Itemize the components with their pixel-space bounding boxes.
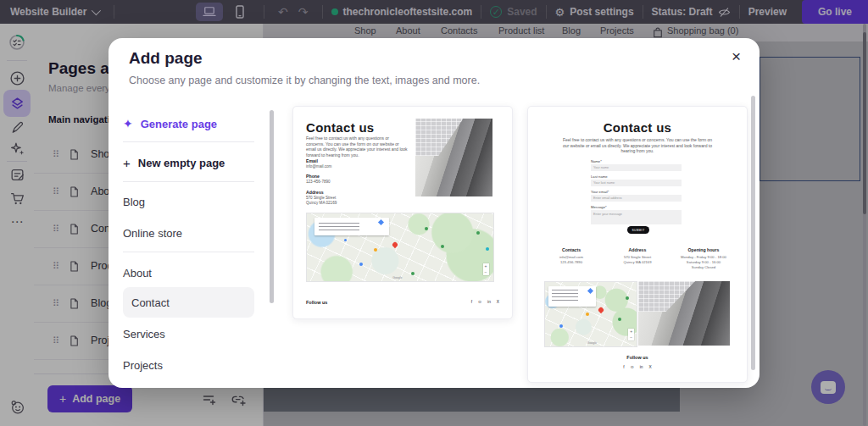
nav-item-label: Contact <box>131 296 170 309</box>
linkedin-icon: in <box>640 365 643 369</box>
column-line: Quincy MA 02169 <box>604 260 670 265</box>
modal-nav-item-blog[interactable]: Blog <box>123 192 256 211</box>
map-pin-blue <box>559 324 563 328</box>
template-card-contact-1[interactable]: Contact us Feel free to contact us with … <box>292 106 513 319</box>
phone-label: Phone <box>306 174 320 179</box>
modal-nav-item-contact[interactable]: Contact <box>131 293 264 312</box>
divider <box>123 141 254 142</box>
form-field-label: Your email* <box>591 190 609 194</box>
template-page-title: Contact us <box>306 120 375 135</box>
social-icons: f ⊙ in X <box>623 365 651 369</box>
map-pin-green <box>476 231 480 235</box>
nav-scrollbar-thumb[interactable] <box>270 110 274 303</box>
column-title: Opening hours <box>670 247 737 252</box>
nav-item-label: Online store <box>123 227 182 240</box>
add-page-modal: Add page × Choose any page and customize… <box>108 38 760 388</box>
column-line: Sunday Closed <box>670 265 737 270</box>
map-embed: +− Google <box>306 213 494 282</box>
nav-item-label: Services <box>123 328 165 340</box>
map-logo: Google <box>392 276 402 279</box>
divider <box>123 252 254 252</box>
x-icon: X <box>648 365 651 369</box>
map-pin-red <box>392 241 398 247</box>
new-empty-page-button[interactable]: + New empty page <box>123 153 256 172</box>
map-logo: Google <box>587 341 597 345</box>
address-line: Quincy MA 02169 <box>306 201 337 206</box>
map-zoom-controls: +− <box>628 329 634 340</box>
new-empty-page-label: New empty page <box>138 157 225 169</box>
linkedin-icon: in <box>487 300 491 304</box>
modal-subtitle: Choose any page and customize it by chan… <box>129 75 480 86</box>
facebook-icon: f <box>471 300 472 304</box>
email-label: Email <box>306 158 318 163</box>
form-field-input: Enter email address <box>591 195 682 202</box>
generate-page-button[interactable]: ✦ Generate page <box>123 114 256 133</box>
column-line: 123-456-7890 <box>538 260 604 265</box>
address-line: 570 Single Street <box>306 196 336 201</box>
map-pin-blue <box>344 239 347 241</box>
form-field-label: Last name <box>591 174 608 179</box>
facebook-icon: f <box>623 365 624 369</box>
template-body-text: Feel free to contact us with any questio… <box>561 137 714 154</box>
nav-item-label: About <box>123 267 152 279</box>
x-icon: X <box>497 300 499 304</box>
map-info-card <box>548 286 596 307</box>
footer-column-address: Address 570 Single Street Quincy MA 0216… <box>604 247 670 269</box>
template-body-text: Feel free to contact us with any questio… <box>306 136 408 158</box>
architecture-photo <box>415 119 492 196</box>
column-title: Contacts <box>538 247 604 252</box>
form-field-textarea: Enter your message <box>591 210 682 224</box>
template-card-contact-2[interactable]: Contact us Feel free to contact us with … <box>527 106 748 383</box>
modal-nav-item-services[interactable]: Services <box>123 324 256 343</box>
modal-title: Add page <box>129 49 203 68</box>
map-pin-teal <box>486 247 489 251</box>
map-pin-green <box>441 245 444 248</box>
form-field-input: Your last name <box>591 180 682 186</box>
sparkles-icon: ✦ <box>123 117 133 130</box>
map-pin-green <box>618 318 621 321</box>
map-zoom-controls: +− <box>483 263 489 275</box>
form-field-label: Message* <box>591 205 607 209</box>
generate-page-label: Generate page <box>141 118 217 130</box>
modal-scrollbar-thumb[interactable] <box>751 96 755 370</box>
follow-us-label: Follow us <box>306 300 327 305</box>
map-pin-green <box>411 272 415 275</box>
email-value: info@mail.com <box>306 164 331 169</box>
divider <box>123 181 254 182</box>
map-pin-orange <box>586 313 589 316</box>
form-field-label: Name* <box>591 159 602 163</box>
nav-item-label: Blog <box>123 196 145 208</box>
instagram-icon: ⊙ <box>631 365 634 369</box>
map-pin-green <box>425 227 428 230</box>
template-page-title: Contact us <box>528 120 747 135</box>
modal-nav-item-online-store[interactable]: Online store <box>123 224 256 242</box>
map-pin-orange <box>374 248 377 252</box>
column-title: Address <box>604 247 670 252</box>
address-label: Address <box>306 190 324 195</box>
architecture-photo <box>638 281 730 346</box>
instagram-icon: ⊙ <box>478 300 481 304</box>
map-pin-blue <box>359 263 363 266</box>
submit-button: SUBMIT <box>627 226 649 234</box>
follow-us-label: Follow us <box>528 355 747 360</box>
footer-columns: Contacts info@mail.com 123-456-7890 Addr… <box>538 247 737 269</box>
map-embed: +− Google <box>544 281 637 347</box>
map-pin-green <box>626 296 629 300</box>
plus-icon: + <box>123 156 131 170</box>
social-icons: f ⊙ in X <box>471 300 499 304</box>
phone-value: 123-456-7890 <box>306 180 331 185</box>
footer-column-contacts: Contacts info@mail.com 123-456-7890 <box>538 247 604 269</box>
footer-column-hours: Opening hours Monday - Friday 9:00 - 18:… <box>670 247 737 269</box>
map-info-card <box>314 218 389 235</box>
nav-item-label: Projects <box>123 359 163 372</box>
map-pin-red <box>597 307 604 313</box>
modal-nav-item-about[interactable]: About <box>123 263 256 282</box>
close-icon[interactable]: × <box>732 48 741 64</box>
form-field-input: Your name <box>591 164 682 171</box>
modal-nav-item-projects[interactable]: Projects <box>123 356 256 374</box>
